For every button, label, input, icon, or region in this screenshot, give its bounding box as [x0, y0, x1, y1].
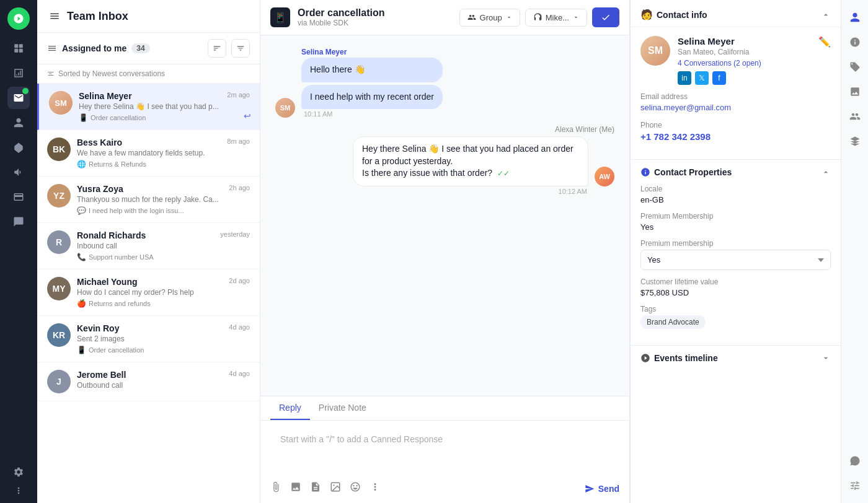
- phone-label: Phone: [640, 121, 831, 129]
- conv-item-selina[interactable]: SM Selina Meyer 2m ago Hey there Selina …: [37, 84, 260, 130]
- tab-reply[interactable]: Reply: [270, 396, 310, 420]
- premium-label: Premium Membership: [640, 212, 831, 221]
- conv-item-jerome[interactable]: J Jerome Bell 4d ago Outbound call: [37, 362, 260, 401]
- conv-item-kevin[interactable]: KR Kevin Roy 4d ago Sent 2 images 📱 Orde…: [37, 316, 260, 362]
- nav-home-icon[interactable]: [7, 37, 30, 59]
- left-nav: [0, 0, 37, 503]
- premium-select[interactable]: Yes No: [640, 250, 831, 270]
- image-icon[interactable]: [290, 481, 301, 496]
- message-outgoing: Hey there Selina 👋 I see that you had pl…: [353, 136, 614, 186]
- nav-billing-icon[interactable]: [7, 186, 30, 208]
- sort-label: Sorted by Newest conversations: [58, 69, 165, 78]
- msg-avatar-alexa: AW: [595, 167, 614, 186]
- conv-item-bess[interactable]: BK Bess Kairo 8m ago We have a few manda…: [37, 130, 260, 177]
- nav-knowledge-icon[interactable]: [7, 136, 30, 159]
- headset-icon: [533, 13, 542, 22]
- conv-content-michael: Michael Young 2d ago How do I cancel my …: [77, 277, 250, 308]
- avatar-jerome: J: [47, 370, 71, 393]
- email-value[interactable]: selina.meyer@gmail.com: [640, 103, 831, 112]
- read-tick: ✓✓: [497, 169, 510, 178]
- nav-dots-icon[interactable]: [14, 486, 24, 496]
- gallery-icon[interactable]: [330, 481, 341, 496]
- nav-settings-icon[interactable]: [7, 461, 30, 483]
- far-nav-image-icon[interactable]: [845, 82, 865, 102]
- phone-value[interactable]: +1 782 342 2398: [640, 131, 831, 142]
- group-label: Group: [480, 13, 502, 22]
- social-icons: in 𝕏 f: [678, 71, 811, 85]
- far-nav-diamond-icon[interactable]: [845, 131, 865, 151]
- channel-icon: 📱: [270, 7, 290, 27]
- conv-item-ronald[interactable]: R Ronald Richards yesterday Inbound call…: [37, 223, 260, 269]
- nav-reports-icon[interactable]: [7, 62, 30, 84]
- sidebar: Team Inbox Assigned to me 34 Sorted by N…: [37, 0, 260, 503]
- conv-main-title: Order cancellation: [298, 7, 452, 19]
- assigned-label: Assigned to me: [62, 43, 126, 53]
- menu-icon[interactable]: [47, 9, 62, 24]
- conv-tag: 🌐 Returns & Refunds: [77, 160, 250, 168]
- premium-select-label: Premium membership: [640, 239, 831, 248]
- nav-chat-icon[interactable]: [7, 211, 30, 233]
- conv-name: Yusra Zoya: [77, 184, 123, 194]
- conv-content-kevin: Kevin Roy 4d ago Sent 2 images 📱 Order c…: [77, 323, 250, 354]
- conv-tag: 📱 Order cancellation: [79, 113, 250, 122]
- nav-inbox-icon[interactable]: [7, 87, 30, 109]
- lifetime-value: $75,808 USD: [640, 288, 831, 297]
- msg-avatar-selina: SM: [275, 98, 295, 118]
- conv-preview: Inbound call: [77, 242, 250, 250]
- conv-item-yusra[interactable]: YZ Yusra Zoya 2h ago Thankyou so much fo…: [37, 177, 260, 223]
- conv-tag: 🍎 Returns and refunds: [77, 299, 250, 308]
- filter-button[interactable]: [231, 39, 250, 58]
- main-top-bar: 📱 Order cancellation via Mobile SDK Grou…: [260, 0, 629, 35]
- send-button[interactable]: Send: [585, 484, 619, 494]
- collapse-props-icon[interactable]: [821, 167, 831, 177]
- far-nav-label-icon[interactable]: [845, 57, 865, 77]
- reply-area: Reply Private Note Start with a "/" to a…: [260, 396, 629, 503]
- more-icon[interactable]: [370, 481, 381, 496]
- agent-dropdown[interactable]: Mike...: [525, 9, 587, 27]
- assigned-bar: Assigned to me 34: [37, 33, 260, 64]
- group-dropdown[interactable]: Group: [459, 9, 520, 27]
- conv-item-michael[interactable]: MY Michael Young 2d ago How do I cancel …: [37, 269, 260, 316]
- far-nav-chat-icon[interactable]: [845, 451, 865, 471]
- twitter-icon[interactable]: 𝕏: [695, 71, 709, 85]
- sort-button[interactable]: [208, 39, 226, 58]
- articles-icon[interactable]: [310, 481, 321, 496]
- nav-contacts-icon[interactable]: [7, 112, 30, 134]
- emoji-icon[interactable]: [350, 481, 361, 496]
- properties-content: Locale en-GB Premium Membership Yes Prem…: [631, 185, 841, 345]
- tab-private-note[interactable]: Private Note: [310, 396, 375, 420]
- events-header[interactable]: Events timeline: [631, 346, 841, 370]
- facebook-icon[interactable]: f: [712, 71, 726, 85]
- conv-time: 2m ago: [227, 91, 250, 98]
- logo-button[interactable]: [7, 7, 30, 30]
- far-nav-info-icon[interactable]: [845, 32, 865, 52]
- far-nav-person2-icon[interactable]: [845, 107, 865, 126]
- lifetime-row: Customer lifetime value $75,808 USD: [640, 278, 831, 297]
- svg-rect-0: [14, 44, 18, 48]
- contact-details: Selina Meyer San Mateo, California 4 Con…: [678, 36, 811, 85]
- linkedin-icon[interactable]: in: [678, 71, 691, 85]
- conv-preview: We have a few mandatory fields setup.: [77, 149, 250, 157]
- right-panel: 🧑 Contact info SM Selina Meyer San Mateo…: [630, 0, 841, 503]
- nav-campaigns-icon[interactable]: [7, 161, 30, 183]
- collapse-icon[interactable]: [821, 10, 831, 20]
- resolve-button[interactable]: [592, 7, 619, 27]
- conv-name: Bess Kairo: [77, 138, 122, 147]
- expand-events-icon[interactable]: [821, 353, 831, 363]
- conv-content-yusra: Yusra Zoya 2h ago Thankyou so much for t…: [77, 184, 250, 215]
- attachment-icon[interactable]: [270, 481, 281, 496]
- far-nav-person-icon[interactable]: [845, 7, 865, 27]
- contact-info-header: 🧑 Contact info: [631, 0, 841, 27]
- conv-tag: 📞 Support number USA: [77, 253, 250, 261]
- svg-rect-3: [19, 49, 23, 53]
- message-group-incoming: SM Selina Meyer Hello there 👋 I need hel…: [275, 48, 614, 118]
- conv-content-ronald: Ronald Richards yesterday Inbound call 📞…: [77, 230, 250, 261]
- contact-properties-header[interactable]: Contact Properties: [631, 160, 841, 185]
- far-nav-filter-icon[interactable]: [845, 476, 865, 496]
- reply-input[interactable]: Start with a "/" to add a Canned Respons…: [270, 427, 619, 470]
- contact-conversations[interactable]: 4 Conversations (2 open): [678, 59, 811, 68]
- edit-contact-button[interactable]: ✏️: [818, 36, 831, 48]
- msg-time-incoming: 10:11 AM: [301, 110, 443, 118]
- contact-info-label: Contact info: [657, 10, 707, 20]
- contact-avatar: SM: [640, 36, 670, 66]
